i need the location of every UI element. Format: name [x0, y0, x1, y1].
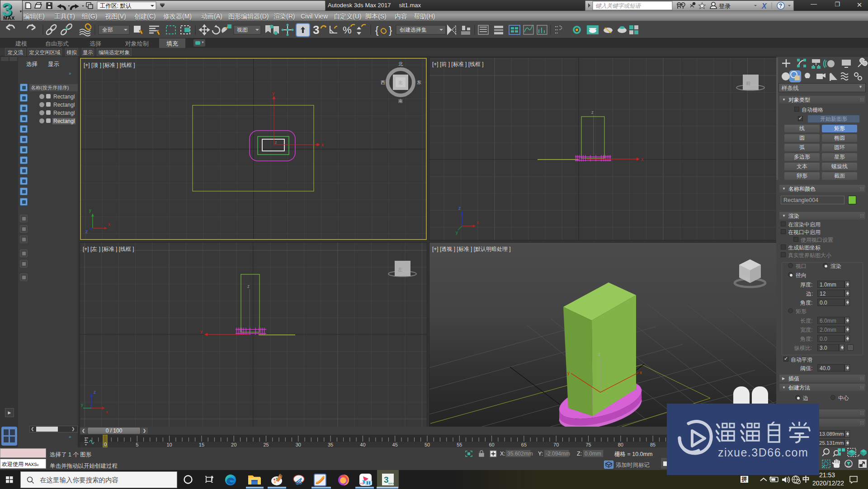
svg-text:3: 3 — [384, 475, 389, 484]
svg-text:}: } — [389, 24, 392, 36]
svg-text:45: 45 — [392, 442, 398, 447]
svg-text:20: 20 — [231, 442, 236, 447]
svg-text:z: z — [247, 284, 250, 289]
svg-text:%: % — [343, 24, 352, 36]
svg-text:30: 30 — [296, 442, 301, 447]
svg-text:0: 0 — [104, 442, 107, 447]
svg-text:40: 40 — [360, 442, 365, 447]
svg-text:y: y — [456, 230, 458, 235]
svg-text:10: 10 — [166, 442, 172, 447]
svg-text:工作区: 默认: 工作区: 默认 — [100, 3, 132, 9]
svg-text:西: 西 — [381, 80, 385, 85]
svg-text:z: z — [591, 110, 594, 115]
svg-text:YO: YO — [360, 482, 364, 485]
svg-text:y: y — [89, 208, 91, 213]
svg-text:z: z — [94, 390, 96, 395]
svg-text:z: z — [598, 352, 600, 357]
svg-text:东: 东 — [417, 80, 421, 85]
svg-text:3: 3 — [313, 23, 319, 37]
svg-text:x: x — [476, 220, 479, 225]
svg-text:北: 北 — [398, 61, 403, 66]
svg-text:左: 左 — [398, 267, 402, 272]
svg-text:?: ? — [779, 3, 782, 9]
svg-text:x: x — [106, 409, 108, 414]
svg-text:前: 前 — [746, 81, 750, 86]
svg-text:视图: 视图 — [236, 27, 248, 33]
svg-text:z: z — [458, 206, 461, 211]
svg-text:创建选择集: 创建选择集 — [399, 27, 427, 33]
svg-text:z: z — [85, 229, 88, 234]
svg-text:60: 60 — [489, 442, 494, 447]
svg-text:y: y — [200, 329, 203, 334]
svg-text:登录: 登录 — [719, 3, 731, 9]
svg-text:x: x — [108, 222, 110, 227]
svg-text:x: x — [321, 142, 324, 147]
svg-text:65: 65 — [521, 442, 527, 447]
svg-text:x: x — [641, 157, 643, 162]
svg-text:z: z — [275, 140, 277, 145]
svg-text:MAX: MAX — [388, 482, 394, 485]
svg-text:南: 南 — [398, 99, 403, 103]
svg-text:全部: 全部 — [102, 27, 113, 33]
svg-text:北: 北 — [398, 80, 402, 85]
svg-text:55: 55 — [457, 442, 462, 447]
svg-text:80: 80 — [618, 442, 623, 447]
svg-text:50: 50 — [425, 442, 430, 447]
svg-text:y: y — [81, 402, 83, 407]
svg-text:85: 85 — [650, 442, 656, 447]
svg-text:y: y — [272, 91, 274, 96]
svg-text:键入关键字或短语: 键入关键字或短语 — [595, 3, 642, 9]
svg-text:75: 75 — [585, 442, 591, 447]
svg-text:{: { — [375, 24, 378, 36]
svg-text:5: 5 — [136, 442, 138, 447]
svg-text:X: X — [761, 2, 767, 10]
svg-text:35: 35 — [328, 442, 333, 447]
svg-text:70: 70 — [553, 442, 559, 447]
svg-text:y: y — [567, 371, 570, 376]
svg-text:x: x — [640, 370, 642, 375]
svg-text:15: 15 — [199, 442, 204, 447]
svg-text:25: 25 — [263, 442, 269, 447]
